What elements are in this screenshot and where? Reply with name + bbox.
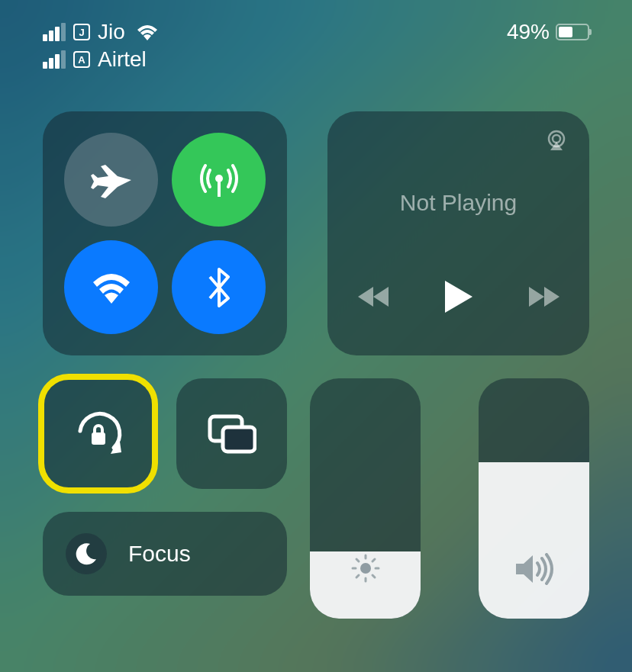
sim2-indicator: A	[73, 51, 90, 68]
airplane-icon	[90, 159, 133, 201]
svg-point-3	[553, 135, 560, 143]
media-panel: Not Playing	[327, 111, 589, 355]
wifi-button[interactable]	[64, 240, 158, 334]
brightness-slider[interactable]	[310, 378, 421, 619]
sim1-indicator: J	[73, 24, 90, 40]
cellular-data-button[interactable]	[172, 133, 266, 227]
airplane-mode-button[interactable]	[64, 133, 158, 227]
volume-slider[interactable]	[479, 378, 589, 619]
sim1-carrier-label: Jio	[98, 20, 125, 44]
svg-line-13	[372, 575, 375, 577]
wifi-status-icon	[136, 24, 159, 40]
svg-line-14	[356, 575, 359, 577]
rotation-lock-icon	[73, 408, 124, 460]
status-bar: J Jio 49% A	[43, 18, 589, 73]
focus-label: Focus	[128, 541, 191, 567]
rotation-lock-button[interactable]	[43, 378, 153, 489]
volume-icon	[514, 553, 554, 588]
connectivity-panel	[43, 111, 287, 355]
airplay-icon	[545, 130, 568, 151]
moon-icon	[66, 533, 107, 574]
fast-forward-button[interactable]	[529, 287, 559, 307]
cellular-antenna-icon	[198, 159, 240, 201]
battery-icon	[556, 24, 589, 40]
svg-point-7	[360, 563, 371, 574]
bluetooth-icon	[207, 268, 231, 307]
rewind-button[interactable]	[358, 287, 389, 307]
svg-line-12	[356, 559, 359, 561]
airplay-button[interactable]	[545, 130, 568, 154]
play-button[interactable]	[445, 281, 472, 313]
screen-mirroring-icon	[208, 414, 256, 454]
media-title: Not Playing	[400, 190, 517, 216]
screen-mirroring-button[interactable]	[176, 378, 287, 489]
sim2-carrier-label: Airtel	[98, 47, 147, 72]
sim1-signal-icon	[43, 23, 66, 41]
svg-rect-1	[218, 180, 221, 197]
focus-button[interactable]: Focus	[43, 512, 287, 596]
svg-line-15	[372, 559, 375, 561]
bluetooth-button[interactable]	[172, 240, 266, 334]
svg-rect-6	[223, 427, 255, 452]
sim2-signal-icon	[43, 50, 66, 69]
brightness-icon	[349, 551, 382, 588]
battery-percentage: 49%	[507, 20, 550, 44]
svg-rect-4	[92, 432, 105, 445]
wifi-icon	[90, 272, 133, 304]
